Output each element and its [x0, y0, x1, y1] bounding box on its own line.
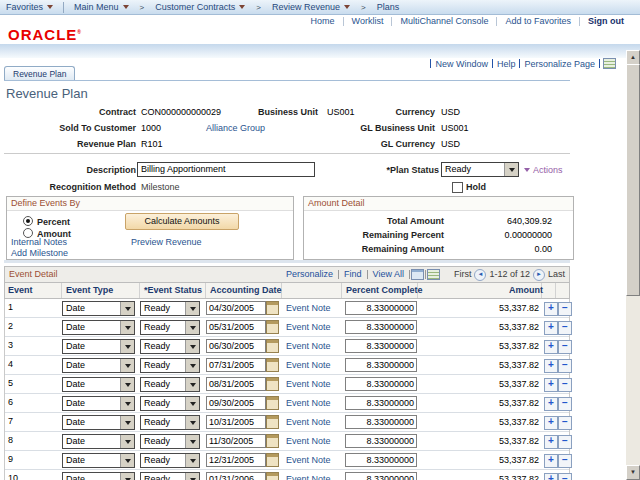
http-grid-icon[interactable]	[603, 58, 616, 69]
accounting-date-input[interactable]: 08/31/2005	[206, 377, 266, 391]
breadcrumb-customer-contracts[interactable]: Customer Contracts	[149, 2, 251, 12]
favorites-menu[interactable]: Favorites	[0, 2, 59, 12]
vertical-scrollbar[interactable]: ▲ ▼	[626, 50, 640, 480]
dropdown-button[interactable]	[185, 416, 199, 429]
accounting-date-input[interactable]: 10/31/2005	[206, 415, 266, 429]
event-type-select[interactable]: Date	[62, 434, 135, 449]
calendar-icon[interactable]	[266, 453, 279, 467]
calendar-icon[interactable]	[266, 377, 279, 391]
add-row-button[interactable]: +	[544, 435, 558, 449]
sign-out-link[interactable]: Sign out	[580, 16, 632, 26]
calculate-amounts-button[interactable]: Calculate Amounts	[125, 213, 239, 230]
dropdown-button[interactable]	[120, 340, 134, 353]
event-type-select[interactable]: Date	[62, 339, 135, 354]
calendar-icon[interactable]	[266, 320, 279, 334]
delete-row-button[interactable]: −	[558, 359, 572, 373]
preview-revenue-link[interactable]: Preview Revenue	[131, 237, 202, 247]
dropdown-button[interactable]	[120, 454, 134, 467]
dropdown-button[interactable]	[185, 454, 199, 467]
delete-row-button[interactable]: −	[558, 416, 572, 430]
add-to-favorites-link[interactable]: Add to Favorites	[497, 16, 579, 26]
event-note-link[interactable]: Event Note	[286, 322, 331, 332]
add-row-button[interactable]: +	[544, 397, 558, 411]
delete-row-button[interactable]: −	[558, 397, 572, 411]
event-note-link[interactable]: Event Note	[286, 436, 331, 446]
personalize-link[interactable]: Personalize	[282, 267, 337, 282]
event-type-select[interactable]: Date	[62, 301, 135, 316]
dropdown-button[interactable]	[185, 378, 199, 391]
event-note-link[interactable]: Event Note	[286, 303, 331, 313]
customer-name-link[interactable]: Alliance Group	[206, 122, 265, 134]
delete-row-button[interactable]: −	[558, 321, 572, 335]
dropdown-button[interactable]	[120, 359, 134, 372]
dropdown-button[interactable]	[120, 416, 134, 429]
percent-complete-input[interactable]: 8.33000000	[345, 472, 417, 480]
percent-complete-input[interactable]: 8.33000000	[345, 415, 417, 429]
breadcrumb-review-revenue[interactable]: Review Revenue	[266, 2, 356, 12]
percent-complete-input[interactable]: 8.33000000	[345, 453, 417, 467]
event-note-link[interactable]: Event Note	[286, 455, 331, 465]
delete-row-button[interactable]: −	[558, 454, 572, 468]
event-note-link[interactable]: Event Note	[286, 398, 331, 408]
worklist-link[interactable]: Worklist	[344, 16, 392, 26]
dropdown-button[interactable]	[185, 397, 199, 410]
dropdown-button[interactable]	[185, 473, 199, 480]
add-row-button[interactable]: +	[544, 359, 558, 373]
find-link[interactable]: Find	[340, 267, 366, 282]
add-milestone-link[interactable]: Add Milestone	[11, 248, 68, 258]
dropdown-button[interactable]	[120, 302, 134, 315]
personalize-page-link[interactable]: Personalize Page	[520, 59, 599, 69]
actions-menu[interactable]: Actions	[524, 164, 563, 176]
dropdown-button[interactable]	[504, 163, 518, 176]
event-type-select[interactable]: Date	[62, 415, 135, 430]
percent-complete-input[interactable]: 8.33000000	[345, 301, 417, 315]
event-status-select[interactable]: Ready	[140, 396, 200, 411]
breadcrumb-plans[interactable]: Plans	[371, 2, 406, 12]
scrollbar-thumb[interactable]	[626, 64, 640, 296]
event-type-select[interactable]: Date	[62, 320, 135, 335]
add-row-button[interactable]: +	[544, 416, 558, 430]
new-window-link[interactable]: New Window	[431, 59, 492, 69]
home-link[interactable]: Home	[303, 16, 343, 26]
dropdown-button[interactable]	[185, 321, 199, 334]
help-link[interactable]: Help	[493, 59, 520, 69]
event-type-select[interactable]: Date	[62, 472, 135, 480]
accounting-date-input[interactable]: 01/31/2006	[206, 472, 266, 480]
event-type-select[interactable]: Date	[62, 396, 135, 411]
dropdown-button[interactable]	[185, 435, 199, 448]
dropdown-button[interactable]	[120, 397, 134, 410]
event-status-select[interactable]: Ready	[140, 434, 200, 449]
plan-status-select[interactable]: Ready	[441, 162, 519, 177]
breadcrumb-main-menu[interactable]: Main Menu	[68, 2, 135, 12]
add-row-button[interactable]: +	[544, 321, 558, 335]
zoom-popup-icon[interactable]	[411, 269, 424, 280]
calendar-icon[interactable]	[266, 434, 279, 448]
delete-row-button[interactable]: −	[558, 302, 572, 316]
event-status-select[interactable]: Ready	[140, 320, 200, 335]
download-grid-icon[interactable]	[427, 269, 440, 280]
delete-row-button[interactable]: −	[558, 473, 572, 480]
add-row-button[interactable]: +	[544, 454, 558, 468]
calendar-icon[interactable]	[266, 415, 279, 429]
event-status-select[interactable]: Ready	[140, 472, 200, 480]
dropdown-button[interactable]	[120, 378, 134, 391]
event-type-select[interactable]: Date	[62, 358, 135, 373]
event-type-select[interactable]: Date	[62, 453, 135, 468]
event-status-select[interactable]: Ready	[140, 415, 200, 430]
event-note-link[interactable]: Event Note	[286, 379, 331, 389]
dropdown-button[interactable]	[185, 340, 199, 353]
percent-complete-input[interactable]: 8.33000000	[345, 339, 417, 353]
event-status-select[interactable]: Ready	[140, 339, 200, 354]
delete-row-button[interactable]: −	[558, 378, 572, 392]
event-type-select[interactable]: Date	[62, 377, 135, 392]
description-input[interactable]: Billing Apportionment	[137, 162, 315, 177]
add-row-button[interactable]: +	[544, 340, 558, 354]
add-row-button[interactable]: +	[544, 473, 558, 480]
calendar-icon[interactable]	[266, 301, 279, 315]
calendar-icon[interactable]	[266, 339, 279, 353]
accounting-date-input[interactable]: 12/31/2005	[206, 453, 266, 467]
accounting-date-input[interactable]: 11/30/2005	[206, 434, 266, 448]
calendar-icon[interactable]	[266, 358, 279, 372]
percent-complete-input[interactable]: 8.33000000	[345, 358, 417, 372]
dropdown-button[interactable]	[185, 302, 199, 315]
